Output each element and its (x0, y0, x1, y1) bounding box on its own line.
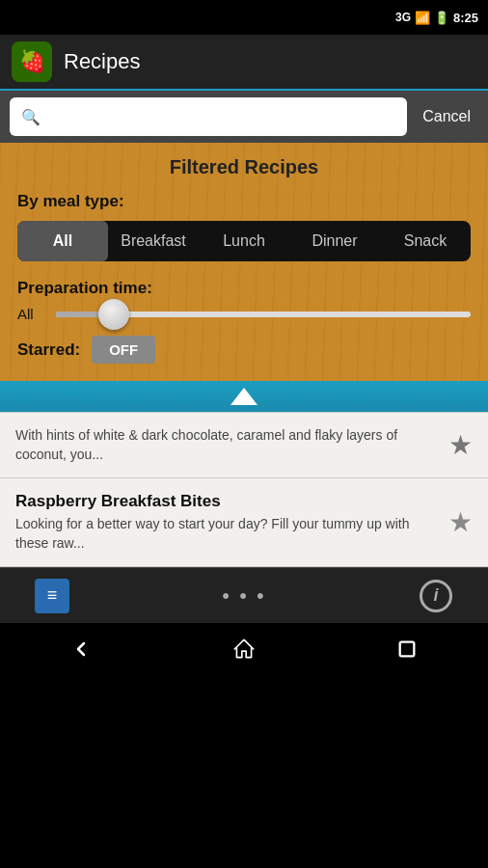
status-bar-right: 3G 📶 🔋 8:25 (395, 11, 478, 25)
slider-thumb[interactable] (98, 299, 129, 330)
status-bar: 3G 📶 🔋 8:25 (0, 0, 488, 35)
search-input-wrapper: 🔍 (10, 97, 407, 136)
bottom-nav-notebook[interactable]: ≡ (29, 573, 75, 619)
cancel-button[interactable]: Cancel (415, 104, 478, 129)
svg-rect-0 (399, 642, 414, 657)
more-dots-icon: • • • (222, 583, 265, 609)
recipe-item: With hints of white & dark chocolate, ca… (0, 412, 488, 478)
bottom-nav-bar: ≡ • • • i (0, 567, 488, 623)
app-icon: 🍓 (12, 41, 52, 82)
starred-toggle[interactable]: OFF (92, 336, 155, 364)
home-button[interactable] (221, 626, 267, 672)
recipe-item: Raspberry Breakfast Bites Looking for a … (0, 478, 488, 567)
blue-divider-strip (0, 381, 488, 412)
fruit-icon: 🍓 (19, 49, 45, 74)
meal-type-label: By meal type: (17, 192, 471, 211)
bottom-nav-more[interactable]: • • • (221, 573, 267, 619)
triangle-up-icon (230, 388, 258, 405)
prep-time-slider-row: All (17, 306, 471, 322)
recipe-description: Looking for a better way to start your d… (15, 515, 437, 553)
meal-type-selector: All Breakfast Lunch Dinner Snack (17, 221, 471, 261)
recipe-title: Raspberry Breakfast Bites (15, 492, 437, 511)
back-button[interactable] (58, 626, 104, 672)
time-display: 8:25 (453, 11, 478, 25)
recipe-text: Raspberry Breakfast Bites Looking for a … (15, 492, 437, 553)
home-icon (231, 637, 257, 662)
recents-icon (396, 638, 418, 660)
meal-btn-snack[interactable]: Snack (380, 221, 471, 261)
meal-btn-breakfast[interactable]: Breakfast (108, 221, 199, 261)
filter-title: Filtered Recipes (17, 156, 471, 178)
search-icon: 🔍 (21, 108, 41, 126)
app-header: 🍓 Recipes (0, 35, 488, 91)
prep-time-slider-track[interactable] (56, 312, 471, 317)
meal-btn-lunch[interactable]: Lunch (199, 221, 289, 261)
search-input[interactable] (48, 108, 395, 125)
meal-btn-dinner[interactable]: Dinner (289, 221, 380, 261)
starred-row: Starred: OFF (17, 336, 471, 364)
battery-icon: 🔋 (434, 11, 449, 25)
starred-label: Starred: (17, 340, 80, 360)
bottom-nav-info[interactable]: i (413, 573, 459, 619)
search-bar: 🔍 Cancel (0, 91, 488, 143)
info-circle-icon: i (420, 580, 452, 612)
star-icon[interactable]: ★ (448, 429, 473, 461)
prep-time-label: Preparation time: (17, 279, 471, 298)
signal-icon: 3G (395, 11, 411, 24)
back-icon (69, 637, 93, 661)
network-bars-icon: 📶 (415, 11, 430, 25)
notebook-icon: ≡ (35, 579, 69, 613)
app-title: Recipes (64, 49, 140, 74)
slider-all-label: All (17, 306, 44, 322)
recipe-description: With hints of white & dark chocolate, ca… (15, 426, 437, 464)
recipe-list: With hints of white & dark chocolate, ca… (0, 412, 488, 567)
recipe-text: With hints of white & dark chocolate, ca… (15, 426, 437, 464)
filter-panel: Filtered Recipes By meal type: All Break… (0, 143, 488, 381)
recents-button[interactable] (384, 626, 430, 672)
star-icon[interactable]: ★ (448, 506, 473, 538)
meal-btn-all[interactable]: All (17, 221, 108, 261)
android-nav-bar (0, 623, 488, 675)
